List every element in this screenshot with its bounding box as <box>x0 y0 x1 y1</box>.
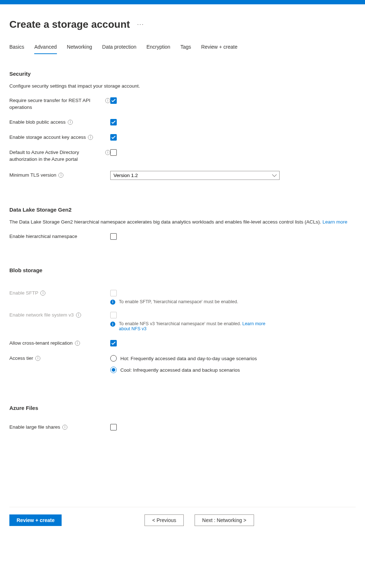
info-icon[interactable]: i <box>88 135 93 140</box>
blob-public-checkbox[interactable] <box>110 119 117 125</box>
wizard-tabs: Basics Advanced Networking Data protecti… <box>9 44 356 54</box>
next-button[interactable]: Next : Networking > <box>195 514 254 526</box>
secure-transfer-checkbox[interactable] <box>110 97 117 104</box>
section-azurefiles-heading: Azure Files <box>9 405 356 411</box>
key-access-checkbox[interactable] <box>110 134 117 141</box>
review-create-button[interactable]: Review + create <box>9 514 62 526</box>
access-tier-cool-label: Cool: Infrequently accessed data and bac… <box>120 367 240 373</box>
sftp-checkbox <box>110 290 117 296</box>
previous-button[interactable]: < Previous <box>144 514 184 526</box>
datalake-learn-more-link[interactable]: Learn more <box>322 219 347 225</box>
section-datalake-heading: Data Lake Storage Gen2 <box>9 207 356 213</box>
footer-divider <box>9 507 356 507</box>
section-blob-heading: Blob storage <box>9 267 356 273</box>
tab-basics[interactable]: Basics <box>9 44 24 54</box>
tls-version-label: Minimum TLS version <box>9 172 56 179</box>
section-datalake-desc: The Data Lake Storage Gen2 hierarchical … <box>9 219 356 225</box>
secure-transfer-label: Require secure transfer for REST API ope… <box>9 97 103 111</box>
access-tier-label: Access tier <box>9 355 33 362</box>
key-access-label: Enable storage account key access <box>9 134 86 141</box>
tab-networking[interactable]: Networking <box>67 44 92 54</box>
info-icon[interactable]: i <box>75 341 80 346</box>
info-solid-icon: i <box>110 300 115 305</box>
tls-version-select[interactable] <box>110 171 280 180</box>
sftp-note: To enable SFTP, 'hierarchical namespace'… <box>119 299 238 304</box>
page-content: Create a storage account ··· Basics Adva… <box>0 4 365 533</box>
info-icon[interactable]: i <box>35 356 40 361</box>
info-icon[interactable]: i <box>58 173 63 178</box>
access-tier-cool-radio[interactable] <box>110 367 117 373</box>
hns-checkbox[interactable] <box>110 233 117 240</box>
section-security-heading: Security <box>9 71 356 77</box>
more-icon[interactable]: ··· <box>136 20 146 29</box>
top-accent-bar <box>0 0 365 4</box>
aad-default-label: Default to Azure Active Directory author… <box>9 149 103 163</box>
page-title: Create a storage account <box>9 19 130 30</box>
datalake-desc-text: The Data Lake Storage Gen2 hierarchical … <box>9 219 322 225</box>
info-solid-icon: i <box>110 322 115 327</box>
tab-encryption[interactable]: Encryption <box>147 44 170 54</box>
tab-review-create[interactable]: Review + create <box>201 44 237 54</box>
tab-tags[interactable]: Tags <box>181 44 191 54</box>
large-shares-checkbox[interactable] <box>110 424 117 430</box>
info-icon[interactable]: i <box>62 425 67 430</box>
access-tier-hot-label: Hot: Frequently accessed data and day-to… <box>120 356 257 361</box>
access-tier-hot-radio[interactable] <box>110 355 117 362</box>
blob-public-label: Enable blob public access <box>9 119 66 126</box>
info-icon[interactable]: i <box>76 313 81 318</box>
aad-default-checkbox[interactable] <box>110 149 117 156</box>
nfs-note: To enable NFS v3 'hierarchical namespace… <box>119 321 242 326</box>
info-icon[interactable]: i <box>68 120 73 125</box>
sftp-label: Enable SFTP <box>9 290 38 297</box>
tab-advanced[interactable]: Advanced <box>34 44 57 54</box>
info-icon[interactable]: i <box>105 150 110 155</box>
nfs-checkbox <box>110 312 117 318</box>
nfs-label: Enable network file system v3 <box>9 312 74 319</box>
cross-tenant-label: Allow cross-tenant replication <box>9 340 73 347</box>
tab-data-protection[interactable]: Data protection <box>102 44 137 54</box>
hns-label: Enable hierarchical namespace <box>9 233 77 240</box>
cross-tenant-checkbox[interactable] <box>110 340 117 346</box>
info-icon[interactable]: i <box>105 98 110 103</box>
info-icon[interactable]: i <box>40 291 45 296</box>
large-shares-label: Enable large file shares <box>9 424 60 431</box>
section-security-desc: Configure security settings that impact … <box>9 83 356 89</box>
